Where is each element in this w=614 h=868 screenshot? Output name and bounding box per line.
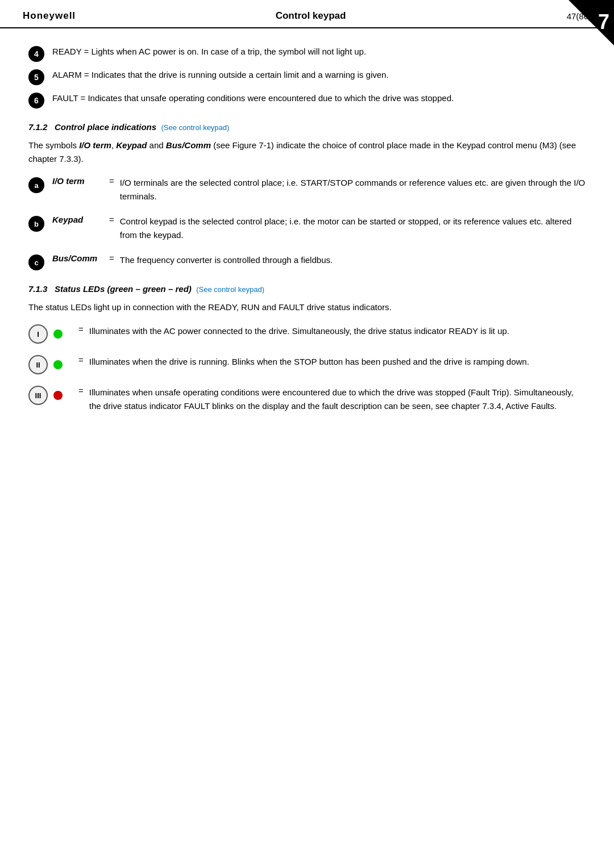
control-a-eq: = — [109, 176, 114, 186]
led-dot-green-2 — [53, 360, 63, 369]
circle-6: 6 — [28, 93, 44, 108]
numbered-item-5: 5 ALARM = Indicates that the drive is ru… — [28, 69, 586, 85]
led-icon-group-1: I — [28, 324, 68, 344]
led-item-3: III = Illuminates when unsafe operating … — [28, 386, 586, 413]
numbered-item-4: 4 READY = Lights when AC power is on. In… — [28, 45, 586, 62]
control-item-b: b Keypad = Control keypad is the selecte… — [28, 215, 586, 242]
section-713-name: Status LEDs (green – green – red) — [55, 284, 192, 294]
page-header: Honeywell Control keypad 47(86) — [0, 0, 614, 28]
section-712-link[interactable]: (See control keypad) — [161, 123, 229, 132]
control-a-label: I/O term — [52, 176, 103, 186]
led-eq-2: = — [78, 355, 84, 365]
section-713-intro: The status LEDs light up in connection w… — [28, 301, 586, 314]
led-eq-3: = — [78, 386, 84, 395]
control-b-eq: = — [109, 215, 114, 224]
circle-5: 5 — [28, 69, 44, 85]
led-item-1: I = Illuminates with the AC power connec… — [28, 324, 586, 344]
control-c-label: Bus/Comm — [52, 253, 103, 263]
circle-roman-3: III — [28, 386, 48, 405]
section-713-num: 7.1.3 — [28, 284, 47, 294]
control-item-c: c Bus/Comm = The frequency converter is … — [28, 253, 586, 270]
led-eq-1: = — [78, 324, 84, 334]
section-713-heading: 7.1.3 Status LEDs (green – green – red) … — [28, 284, 586, 294]
section-712-intro: The symbols I/O term, Keypad and Bus/Com… — [28, 139, 586, 166]
circle-a: a — [28, 177, 44, 193]
control-b-label: Keypad — [52, 215, 103, 224]
led-desc-3: Illuminates when unsafe operating condit… — [89, 386, 586, 413]
item-6-text: FAULT = Indicates that unsafe operating … — [52, 92, 454, 105]
section-712-num: 7.1.2 — [28, 122, 47, 132]
item-5-text: ALARM = Indicates that the drive is runn… — [52, 69, 389, 82]
circle-4: 4 — [28, 46, 44, 62]
brand-logo: Honeywell — [23, 10, 76, 22]
page-corner: 7 — [569, 0, 614, 45]
page-number: 7 — [598, 10, 609, 34]
control-item-a: a I/O term = I/O terminals are the selec… — [28, 176, 586, 203]
led-desc-1: Illuminates with the AC power connected … — [89, 324, 586, 338]
circle-b: b — [28, 216, 44, 232]
led-dot-red-3 — [53, 391, 63, 400]
section-712-heading: 7.1.2 Control place indications (See con… — [28, 122, 586, 132]
control-b-desc: Control keypad is the selected control p… — [120, 215, 586, 242]
control-c-desc: The frequency converter is controlled th… — [120, 253, 586, 267]
main-content: 4 READY = Lights when AC power is on. In… — [0, 40, 614, 447]
section-712-name: Control place indications — [55, 122, 156, 132]
led-icon-group-3: III — [28, 386, 68, 405]
page-title: Control keypad — [76, 10, 546, 22]
circle-roman-1: I — [28, 324, 48, 344]
led-desc-2: Illuminates when the drive is running. B… — [89, 355, 586, 369]
control-c-eq: = — [109, 253, 114, 263]
circle-c: c — [28, 254, 44, 270]
control-a-desc: I/O terminals are the selected control p… — [120, 176, 586, 203]
section-713-link[interactable]: (See control keypad) — [196, 285, 264, 294]
circle-roman-2: II — [28, 355, 48, 374]
numbered-item-6: 6 FAULT = Indicates that unsafe operatin… — [28, 92, 586, 108]
led-dot-green-1 — [53, 329, 63, 339]
led-item-2: II = Illuminates when the drive is runni… — [28, 355, 586, 374]
item-4-text: READY = Lights when AC power is on. In c… — [52, 45, 366, 59]
led-icon-group-2: II — [28, 355, 68, 374]
